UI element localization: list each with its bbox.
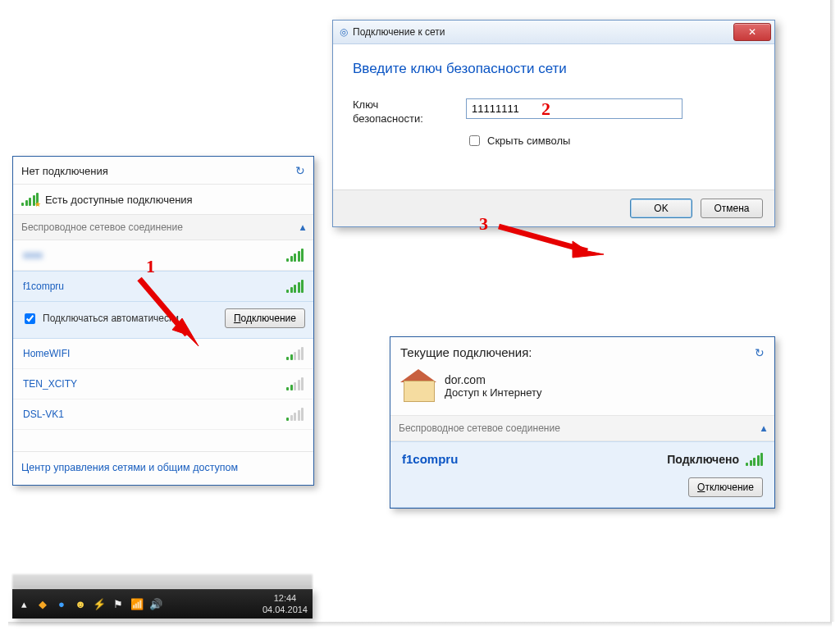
home-network-row[interactable]: dor.com Доступ к Интернету xyxy=(390,363,774,415)
taskbar-clock[interactable]: 12:44 04.04.2014 xyxy=(262,593,308,614)
dialog-title: Подключение к сети xyxy=(353,26,445,38)
network-name: TEN_XCITY xyxy=(23,378,77,390)
connect-button[interactable]: Подключение xyxy=(225,308,305,328)
tray-volume-icon[interactable]: 🔊 xyxy=(149,598,162,611)
group-label: Беспроводное сетевое соединение xyxy=(399,422,560,434)
clock-time: 12:44 xyxy=(262,593,308,604)
tray-plug-icon[interactable]: ⚡ xyxy=(93,598,106,611)
refresh-icon[interactable]: ↻ xyxy=(755,346,765,359)
network-name: f1compru xyxy=(23,281,64,292)
connected-network-name[interactable]: f1compru xyxy=(402,452,458,466)
chevron-up-icon: ▴ xyxy=(761,422,766,434)
network-flyout: Нет подключения ↻ Есть доступные подключ… xyxy=(12,156,314,486)
flyout-title: Нет подключения xyxy=(21,165,108,177)
signal-icon xyxy=(286,249,304,262)
dialog-heading: Введите ключ безопасности сети xyxy=(353,61,755,77)
network-item[interactable]: DSL-VK1 xyxy=(13,399,313,430)
tray-app-icon[interactable]: ● xyxy=(55,598,68,611)
network-item[interactable]: HomeWIFI xyxy=(13,339,313,369)
annotation-2: 2 xyxy=(541,98,550,120)
svg-marker-3 xyxy=(573,241,604,258)
signal-icon xyxy=(286,347,304,360)
group-label: Беспроводное сетевое соединение xyxy=(21,221,183,233)
disconnect-button[interactable]: Отключение xyxy=(688,477,763,497)
svg-line-2 xyxy=(499,226,587,251)
current-connections-title: Текущие подключения: xyxy=(400,345,532,359)
wireless-group-header[interactable]: Беспроводное сетевое соединение ▴ xyxy=(390,415,774,441)
signal-icon xyxy=(286,280,304,293)
security-key-dialog: ◎ Подключение к сети ✕ Введите ключ безо… xyxy=(332,20,775,227)
clock-date: 04.04.2014 xyxy=(262,605,308,615)
blurred-strip xyxy=(12,574,313,589)
hide-chars-checkbox[interactable] xyxy=(469,135,480,146)
signal-available-icon xyxy=(21,193,39,206)
current-connections-flyout: Текущие подключения: ↻ dor.com Доступ к … xyxy=(390,336,775,509)
flyout-footer: Центр управления сетями и общим доступом xyxy=(13,451,313,485)
network-item-selected[interactable]: f1compru xyxy=(13,271,313,302)
auto-connect-checkbox[interactable]: Подключаться автоматически xyxy=(21,311,179,326)
page-shadow xyxy=(830,0,835,622)
connected-status: Подключено xyxy=(667,453,739,466)
taskbar: ▴ ◆ ● ☻ ⚡ ⚑ 📶 🔊 12:44 04.04.2014 xyxy=(12,589,313,619)
network-name: HomeWIFI xyxy=(23,348,70,359)
annotation-1: 1 xyxy=(146,256,155,277)
dialog-icon: ◎ xyxy=(340,26,348,38)
network-center-link[interactable]: Центр управления сетями и общим доступом xyxy=(21,462,238,473)
home-icon xyxy=(400,368,436,404)
chevron-up-icon: ▴ xyxy=(300,221,305,233)
ok-button[interactable]: OK xyxy=(630,199,692,218)
network-item-hidden[interactable]: xxxx xyxy=(13,240,313,271)
tray-network-icon[interactable]: 📶 xyxy=(130,598,144,611)
refresh-icon[interactable]: ↻ xyxy=(295,164,305,177)
page-shadow xyxy=(8,622,832,627)
dialog-titlebar[interactable]: ◎ Подключение к сети ✕ xyxy=(333,21,774,44)
tray-up-icon[interactable]: ▴ xyxy=(17,598,30,611)
network-item[interactable]: TEN_XCITY xyxy=(13,369,313,399)
network-name-blurred: xxxx xyxy=(23,249,43,261)
signal-icon xyxy=(286,408,304,421)
signal-icon xyxy=(286,377,304,390)
tray-smiley-icon[interactable]: ☻ xyxy=(74,598,87,611)
auto-connect-label: Подключаться автоматически xyxy=(43,313,179,324)
hide-chars-label: Скрыть символы xyxy=(487,135,570,147)
annotation-3: 3 xyxy=(479,213,488,235)
network-name: DSL-VK1 xyxy=(23,409,64,420)
signal-icon xyxy=(746,453,763,466)
dialog-button-bar: OK Отмена xyxy=(333,189,774,226)
home-network-name: dor.com xyxy=(445,373,542,386)
tray-icons: ▴ ◆ ● ☻ ⚡ ⚑ 📶 🔊 xyxy=(17,598,162,611)
tray-flag-icon[interactable]: ⚑ xyxy=(112,598,125,611)
connected-network-panel: f1compru Подключено Отключение xyxy=(390,441,774,508)
tray-app-icon[interactable]: ◆ xyxy=(36,598,49,611)
selected-network-panel: Подключаться автоматически Подключение xyxy=(13,302,313,339)
auto-connect-input[interactable] xyxy=(25,313,35,324)
cancel-button[interactable]: Отмена xyxy=(701,199,763,218)
wireless-group-header[interactable]: Беспроводное сетевое соединение ▴ xyxy=(13,214,313,240)
available-label: Есть доступные подключения xyxy=(45,194,193,206)
close-icon[interactable]: ✕ xyxy=(733,23,771,41)
connect-rest: одключение xyxy=(241,313,296,324)
home-network-desc: Доступ к Интернету xyxy=(445,386,542,399)
security-key-input[interactable] xyxy=(466,98,682,119)
key-label: Ключ безопасности: xyxy=(353,98,451,126)
